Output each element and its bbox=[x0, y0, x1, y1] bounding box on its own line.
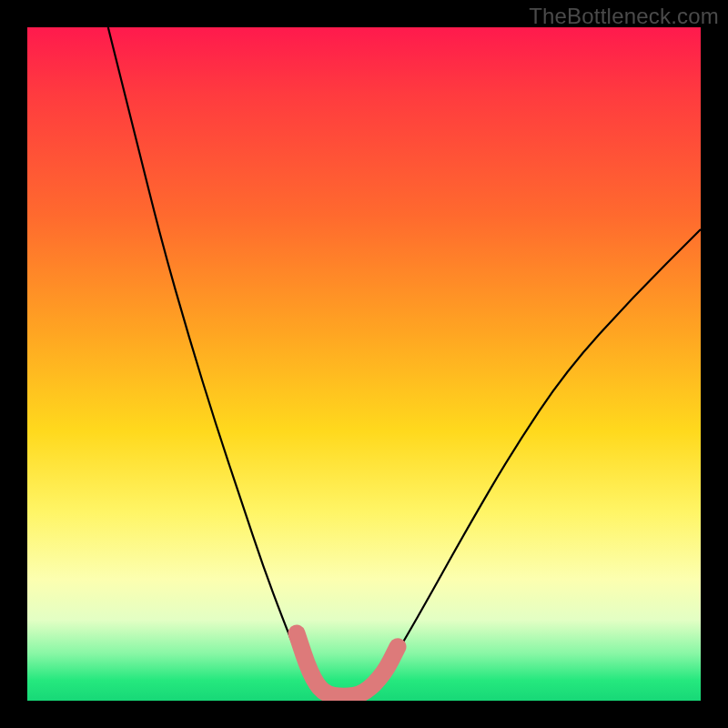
right-curve bbox=[364, 229, 701, 701]
watermark-text: TheBottleneck.com bbox=[529, 4, 719, 29]
plot-area bbox=[27, 27, 701, 701]
curves-svg bbox=[27, 27, 701, 701]
left-curve bbox=[108, 27, 324, 701]
chart-frame: TheBottleneck.com bbox=[0, 0, 728, 728]
highlight-u bbox=[297, 633, 398, 696]
